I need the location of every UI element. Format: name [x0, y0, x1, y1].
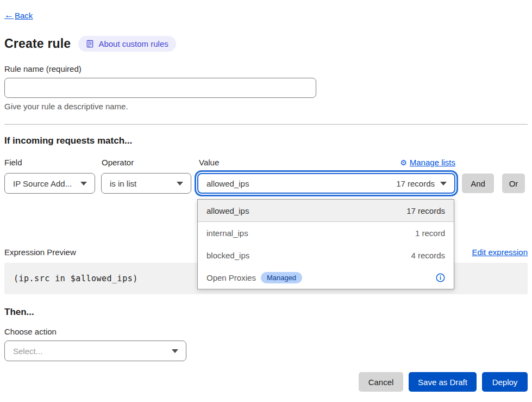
chevron-down-icon — [440, 182, 447, 185]
about-badge-label: About custom rules — [98, 39, 168, 48]
list-item-blocked-ips[interactable]: blocked_ips 4 records — [198, 244, 454, 267]
list-item-allowed-ips[interactable]: allowed_ips 17 records — [198, 200, 454, 222]
field-label: Field — [4, 158, 22, 167]
manage-lists-link[interactable]: ⚙ Manage lists — [400, 158, 455, 167]
section-divider — [4, 124, 528, 125]
gear-icon: ⚙ — [400, 159, 407, 166]
expression-preview-label: Expression Preview — [4, 248, 76, 257]
choose-action-label: Choose action — [4, 327, 57, 336]
back-arrow-icon: ← — [4, 10, 14, 21]
field-select[interactable]: IP Source Add... — [4, 173, 95, 194]
or-button[interactable]: Or — [502, 174, 525, 193]
manage-lists-label: Manage lists — [410, 158, 455, 167]
save-as-draft-button[interactable]: Save as Draft — [409, 372, 477, 392]
managed-badge: Managed — [261, 272, 302, 283]
list-item-records: 1 record — [415, 228, 445, 238]
back-link[interactable]: ←Back — [4, 10, 33, 21]
list-item-internal-ips[interactable]: internal_ips 1 record — [198, 222, 454, 244]
operator-label: Operator — [102, 158, 134, 167]
operator-select[interactable]: is in list — [101, 173, 191, 194]
about-custom-rules-badge[interactable]: About custom rules — [78, 36, 176, 52]
action-select-placeholder: Select... — [13, 347, 42, 356]
field-select-value: IP Source Add... — [13, 179, 72, 188]
and-button[interactable]: And — [462, 174, 494, 193]
chevron-down-icon — [80, 182, 87, 185]
value-select-records: 17 records — [396, 179, 435, 188]
back-link-label: Back — [15, 11, 33, 20]
action-select[interactable]: Select... — [4, 341, 186, 361]
value-dropdown-list: allowed_ips 17 records internal_ips 1 re… — [197, 199, 454, 289]
chevron-down-icon — [172, 349, 178, 353]
info-icon[interactable] — [436, 273, 445, 282]
list-item-open-proxies[interactable]: Open Proxies Managed — [198, 267, 454, 289]
rule-name-helper-text: Give your rule a descriptive name. — [4, 102, 128, 111]
page-title: Create rule — [4, 36, 71, 51]
list-item-records: 4 records — [411, 251, 445, 260]
value-select[interactable]: allowed_ips 17 records — [197, 173, 455, 194]
list-item-name: blocked_ips — [206, 251, 249, 260]
rule-name-input[interactable] — [4, 78, 316, 98]
rule-name-label: Rule name (required) — [4, 64, 82, 73]
book-icon — [86, 40, 94, 48]
create-rule-page: ←Back Create rule About custom rules Rul… — [0, 0, 532, 402]
expression-code: (ip.src in $allowed_ips) — [4, 274, 138, 283]
value-label: Value — [199, 158, 219, 167]
list-item-name: allowed_ips — [206, 206, 249, 215]
edit-expression-link[interactable]: Edit expression — [472, 248, 528, 257]
match-section-heading: If incoming requests match... — [4, 135, 132, 146]
value-select-name: allowed_ips — [206, 179, 249, 188]
list-item-name: Open Proxies — [206, 273, 256, 282]
operator-select-value: is in list — [110, 179, 136, 188]
title-row: Create rule About custom rules — [4, 36, 176, 52]
then-section-heading: Then... — [4, 307, 34, 318]
deploy-button[interactable]: Deploy — [482, 372, 528, 392]
cancel-button[interactable]: Cancel — [359, 372, 403, 392]
list-item-records: 17 records — [406, 206, 445, 215]
list-item-name: internal_ips — [206, 228, 248, 238]
chevron-down-icon — [177, 182, 183, 185]
